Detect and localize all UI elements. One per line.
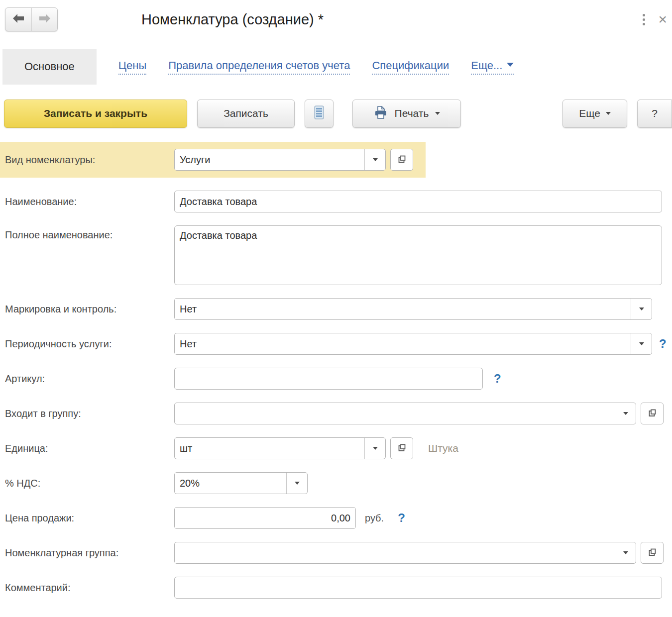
comment-input[interactable] bbox=[174, 577, 662, 599]
field-row-marking: Маркировка и контроль: bbox=[0, 298, 672, 320]
field-row-full-name: Полное наименование: Доставка товара bbox=[0, 225, 672, 285]
chevron-down-icon bbox=[639, 308, 644, 310]
field-row-parent-group: Входит в группу: bbox=[0, 403, 672, 424]
register-records-button[interactable] bbox=[305, 100, 334, 128]
open-form-icon bbox=[397, 154, 407, 166]
periodicity-help-icon[interactable]: ? bbox=[659, 337, 667, 351]
full-name-label: Полное наименование: bbox=[0, 225, 174, 241]
chevron-down-icon bbox=[373, 447, 378, 450]
chevron-down-icon bbox=[507, 63, 514, 67]
marking-input[interactable] bbox=[175, 299, 631, 319]
kind-open-button[interactable] bbox=[390, 149, 413, 171]
parent-group-dropdown-button[interactable] bbox=[615, 403, 636, 424]
page-title: Номенклатура (создание) * bbox=[141, 11, 324, 28]
open-form-icon bbox=[647, 547, 657, 559]
chevron-down-icon bbox=[435, 112, 440, 115]
sku-input[interactable] bbox=[174, 368, 483, 390]
tab-tseny[interactable]: Цены bbox=[118, 59, 146, 75]
kind-dropdown-button[interactable] bbox=[364, 149, 385, 170]
history-nav-group bbox=[5, 7, 58, 31]
kebab-menu-icon[interactable] bbox=[640, 11, 648, 28]
section-tabs: Основное Цены Правила определения счетов… bbox=[0, 49, 672, 85]
print-button-label: Печать bbox=[395, 107, 429, 119]
field-row-item-group: Номенклатурная группа: bbox=[0, 542, 672, 564]
chevron-down-icon bbox=[295, 482, 300, 485]
back-arrow-icon bbox=[12, 13, 25, 26]
field-row-periodicity: Периодичность услуги: ? bbox=[0, 333, 672, 355]
tab-osnovnoe[interactable]: Основное bbox=[2, 49, 97, 85]
printer-icon bbox=[373, 105, 388, 122]
field-row-sku: Артикул: ? bbox=[0, 368, 672, 390]
periodicity-input[interactable] bbox=[175, 333, 631, 354]
field-row-comment: Комментарий: bbox=[0, 577, 672, 599]
sale-price-label: Цена продажи: bbox=[0, 513, 174, 524]
periodicity-combobox bbox=[174, 333, 652, 355]
forward-button[interactable] bbox=[31, 8, 57, 31]
field-row-sale-price: Цена продажи: руб. ? bbox=[0, 507, 672, 529]
full-name-textarea[interactable]: Доставка товара bbox=[174, 225, 662, 285]
item-group-label: Номенклатурная группа: bbox=[0, 547, 174, 559]
unit-combobox bbox=[174, 437, 386, 459]
parent-group-label: Входит в группу: bbox=[0, 408, 174, 419]
tab-more[interactable]: Еще... bbox=[471, 59, 514, 75]
tab-more-label: Еще... bbox=[471, 59, 502, 72]
vat-label: % НДС: bbox=[0, 478, 174, 489]
name-input[interactable] bbox=[174, 191, 662, 212]
forward-arrow-icon bbox=[38, 13, 51, 26]
save-and-close-button[interactable]: Записать и закрыть bbox=[4, 100, 187, 128]
command-bar: Записать и закрыть Записать Печать Еще bbox=[0, 99, 672, 128]
chevron-down-icon bbox=[606, 112, 611, 115]
save-button[interactable]: Записать bbox=[197, 100, 295, 128]
chevron-down-icon bbox=[639, 342, 644, 345]
item-group-combobox bbox=[174, 542, 636, 564]
periodicity-label: Периодичность услуги: bbox=[0, 338, 174, 350]
chevron-down-icon bbox=[373, 158, 378, 161]
back-button[interactable] bbox=[5, 8, 31, 31]
item-form: Вид номенклатуры: Наименование: Полное н… bbox=[0, 142, 672, 599]
list-register-icon bbox=[313, 105, 325, 122]
close-icon[interactable]: × bbox=[656, 12, 669, 27]
marking-combobox bbox=[174, 298, 652, 320]
item-group-open-button[interactable] bbox=[641, 542, 664, 564]
sku-help-icon[interactable]: ? bbox=[494, 372, 501, 386]
field-row-unit: Единица: Штука bbox=[0, 437, 672, 459]
marking-dropdown-button[interactable] bbox=[631, 299, 652, 319]
tab-pravila-schetov[interactable]: Правила определения счетов учета bbox=[168, 59, 350, 75]
more-button-label: Еще bbox=[579, 107, 600, 119]
currency-text: руб. bbox=[365, 513, 384, 524]
title-bar: Номенклатура (создание) * × bbox=[0, 0, 672, 35]
marking-label: Маркировка и контроль: bbox=[0, 304, 174, 315]
comment-label: Комментарий: bbox=[0, 582, 174, 594]
vat-input[interactable] bbox=[175, 473, 286, 494]
sale-price-help-icon[interactable]: ? bbox=[398, 511, 405, 525]
parent-group-input[interactable] bbox=[175, 403, 615, 424]
parent-group-combobox bbox=[174, 403, 636, 424]
vat-dropdown-button[interactable] bbox=[286, 473, 307, 494]
field-row-name: Наименование: bbox=[0, 191, 672, 212]
chevron-down-icon bbox=[623, 551, 628, 554]
print-button[interactable]: Печать bbox=[352, 100, 461, 128]
name-label: Наименование: bbox=[0, 196, 174, 207]
field-row-kind: Вид номенклатуры: bbox=[0, 142, 426, 178]
open-form-icon bbox=[647, 408, 657, 419]
sku-label: Артикул: bbox=[0, 373, 174, 385]
unit-dropdown-button[interactable] bbox=[364, 438, 385, 459]
help-button[interactable]: ? bbox=[637, 100, 672, 128]
kind-input[interactable] bbox=[175, 149, 364, 170]
unit-label: Единица: bbox=[0, 443, 174, 454]
field-row-vat: % НДС: bbox=[0, 472, 672, 494]
unit-input[interactable] bbox=[175, 438, 364, 459]
item-group-input[interactable] bbox=[175, 542, 615, 563]
vat-combobox bbox=[174, 472, 308, 494]
parent-group-open-button[interactable] bbox=[641, 403, 664, 424]
tab-spetsifikatsii[interactable]: Спецификации bbox=[372, 59, 449, 75]
more-button[interactable]: Еще bbox=[562, 100, 627, 128]
periodicity-dropdown-button[interactable] bbox=[631, 333, 652, 354]
open-form-icon bbox=[397, 443, 407, 454]
sale-price-input[interactable] bbox=[174, 507, 356, 529]
unit-open-button[interactable] bbox=[390, 437, 413, 459]
unit-hint-text: Штука bbox=[428, 442, 458, 454]
item-group-dropdown-button[interactable] bbox=[615, 542, 636, 563]
kind-combobox bbox=[174, 149, 386, 171]
chevron-down-icon bbox=[623, 412, 628, 415]
